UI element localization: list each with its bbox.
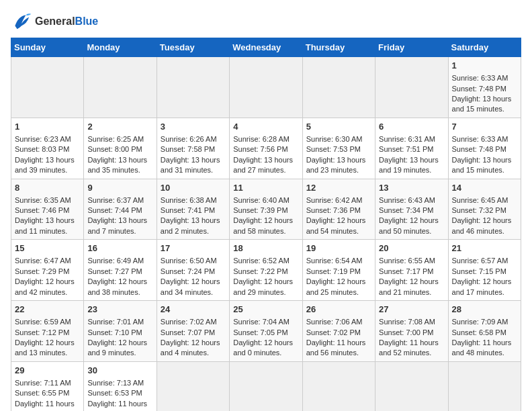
calendar-week-3: 8Sunrise: 6:35 AMSunset: 7:46 PMDaylight…	[11, 179, 521, 240]
sunset-text: Sunset: 7:10 PM	[87, 328, 142, 336]
daylight-text: Daylight: 13 hours and 19 minutes.	[379, 156, 439, 174]
calendar-cell	[448, 361, 521, 411]
calendar-week-2: 1Sunrise: 6:23 AMSunset: 8:03 PMDaylight…	[11, 118, 521, 179]
day-number: 26	[306, 304, 371, 316]
sunrise-text: Sunrise: 7:09 AM	[452, 318, 508, 326]
sunset-text: Sunset: 7:53 PM	[306, 145, 361, 153]
sunrise-text: Sunrise: 6:59 AM	[15, 318, 71, 326]
sunrise-text: Sunrise: 7:04 AM	[233, 318, 290, 326]
sunrise-text: Sunrise: 6:35 AM	[15, 196, 71, 204]
daylight-text: Daylight: 12 hours and 38 minutes.	[87, 277, 147, 295]
day-number: 19	[306, 242, 371, 255]
daylight-text: Daylight: 11 hours and 48 minutes.	[452, 338, 512, 357]
daylight-text: Daylight: 13 hours and 11 minutes.	[15, 216, 75, 234]
sunset-text: Sunset: 6:53 PM	[87, 389, 142, 397]
sunset-text: Sunset: 7:02 PM	[306, 328, 361, 336]
daylight-text: Daylight: 13 hours and 15 minutes.	[452, 95, 512, 113]
day-number: 4	[233, 121, 298, 133]
sunset-text: Sunset: 8:00 PM	[87, 145, 142, 153]
calendar-cell	[375, 361, 448, 411]
day-number: 1	[15, 121, 80, 133]
calendar-cell: 6Sunrise: 6:31 AMSunset: 7:51 PMDaylight…	[375, 118, 448, 179]
day-number: 5	[306, 121, 371, 133]
day-number: 1	[452, 60, 517, 72]
daylight-text: Daylight: 12 hours and 13 minutes.	[15, 338, 75, 357]
sunrise-text: Sunrise: 6:33 AM	[452, 135, 508, 143]
day-number: 18	[233, 242, 298, 255]
sunrise-text: Sunrise: 6:31 AM	[379, 135, 435, 143]
day-header-tuesday: Tuesday	[157, 38, 229, 57]
calendar-cell: 11Sunrise: 6:40 AMSunset: 7:39 PMDayligh…	[230, 179, 302, 240]
calendar-week-4: 15Sunrise: 6:47 AMSunset: 7:29 PMDayligh…	[11, 240, 521, 301]
daylight-text: Daylight: 13 hours and 15 minutes.	[452, 156, 512, 174]
day-number: 6	[379, 121, 444, 133]
sunrise-text: Sunrise: 7:06 AM	[306, 318, 363, 326]
sunset-text: Sunset: 7:32 PM	[452, 206, 506, 214]
day-number: 17	[161, 242, 226, 255]
daylight-text: Daylight: 11 hours and 40 minutes.	[87, 400, 147, 411]
day-number: 13	[379, 182, 444, 194]
calendar-cell: 1Sunrise: 6:33 AMSunset: 7:48 PMDaylight…	[448, 57, 521, 118]
calendar-table: SundayMondayTuesdayWednesdayThursdayFrid…	[11, 38, 521, 411]
calendar-cell: 1Sunrise: 6:23 AMSunset: 8:03 PMDaylight…	[11, 118, 84, 179]
day-number: 23	[87, 304, 152, 316]
calendar-cell: 28Sunrise: 7:09 AMSunset: 6:58 PMDayligh…	[448, 301, 521, 362]
sunset-text: Sunset: 7:48 PM	[452, 145, 506, 153]
day-number: 27	[379, 304, 444, 316]
calendar-cell: 22Sunrise: 6:59 AMSunset: 7:12 PMDayligh…	[11, 301, 84, 362]
sunrise-text: Sunrise: 6:47 AM	[15, 257, 71, 265]
calendar-week-6: 29Sunrise: 7:11 AMSunset: 6:55 PMDayligh…	[11, 361, 521, 411]
day-header-wednesday: Wednesday	[230, 38, 302, 57]
day-header-monday: Monday	[84, 38, 157, 57]
sunset-text: Sunset: 7:05 PM	[233, 328, 287, 336]
day-number: 28	[452, 304, 517, 316]
day-number: 7	[452, 121, 517, 133]
day-number: 9	[87, 182, 152, 194]
page-header: GeneralBlue	[11, 11, 521, 32]
sunset-text: Sunset: 7:36 PM	[306, 206, 361, 214]
day-number: 12	[306, 182, 371, 194]
daylight-text: Daylight: 12 hours and 42 minutes.	[15, 277, 75, 295]
sunrise-text: Sunrise: 6:30 AM	[306, 135, 363, 143]
daylight-text: Daylight: 13 hours and 39 minutes.	[15, 156, 75, 174]
calendar-cell: 30Sunrise: 7:13 AMSunset: 6:53 PMDayligh…	[84, 361, 157, 411]
day-number: 16	[87, 242, 152, 255]
calendar-cell: 16Sunrise: 6:49 AMSunset: 7:27 PMDayligh…	[84, 240, 157, 301]
calendar-cell	[302, 57, 375, 118]
sunrise-text: Sunrise: 6:54 AM	[306, 257, 363, 265]
calendar-cell: 29Sunrise: 7:11 AMSunset: 6:55 PMDayligh…	[11, 361, 84, 411]
day-number: 25	[233, 304, 298, 316]
sunset-text: Sunset: 7:46 PM	[15, 206, 69, 214]
daylight-text: Daylight: 12 hours and 17 minutes.	[452, 277, 512, 295]
day-number: 20	[379, 242, 444, 255]
sunrise-text: Sunrise: 7:01 AM	[87, 318, 144, 326]
sunrise-text: Sunrise: 6:23 AM	[15, 135, 71, 143]
sunrise-text: Sunrise: 6:42 AM	[306, 196, 363, 204]
sunset-text: Sunset: 7:58 PM	[161, 145, 215, 153]
daylight-text: Daylight: 11 hours and 56 minutes.	[306, 338, 366, 357]
day-number: 8	[15, 182, 80, 194]
daylight-text: Daylight: 12 hours and 46 minutes.	[452, 216, 512, 234]
calendar-cell: 8Sunrise: 6:35 AMSunset: 7:46 PMDaylight…	[11, 179, 84, 240]
sunrise-text: Sunrise: 7:08 AM	[379, 318, 435, 326]
calendar-week-5: 22Sunrise: 6:59 AMSunset: 7:12 PMDayligh…	[11, 301, 521, 362]
daylight-text: Daylight: 12 hours and 0 minutes.	[233, 338, 293, 357]
sunset-text: Sunset: 7:39 PM	[233, 206, 287, 214]
daylight-text: Daylight: 12 hours and 50 minutes.	[379, 216, 439, 234]
sunset-text: Sunset: 7:19 PM	[306, 267, 361, 275]
calendar-cell: 14Sunrise: 6:45 AMSunset: 7:32 PMDayligh…	[448, 179, 521, 240]
sunset-text: Sunset: 7:34 PM	[379, 206, 433, 214]
sunset-text: Sunset: 7:00 PM	[379, 328, 433, 336]
calendar-cell: 2Sunrise: 6:25 AMSunset: 8:00 PMDaylight…	[84, 118, 157, 179]
sunrise-text: Sunrise: 6:37 AM	[87, 196, 144, 204]
calendar-cell	[157, 57, 229, 118]
sunset-text: Sunset: 7:24 PM	[161, 267, 215, 275]
daylight-text: Daylight: 12 hours and 54 minutes.	[306, 216, 366, 234]
sunrise-text: Sunrise: 7:13 AM	[87, 379, 144, 387]
calendar-cell: 12Sunrise: 6:42 AMSunset: 7:36 PMDayligh…	[302, 179, 375, 240]
calendar-cell: 9Sunrise: 6:37 AMSunset: 7:44 PMDaylight…	[84, 179, 157, 240]
sunrise-text: Sunrise: 6:52 AM	[233, 257, 290, 265]
sunset-text: Sunset: 7:17 PM	[379, 267, 433, 275]
calendar-cell: 10Sunrise: 6:38 AMSunset: 7:41 PMDayligh…	[157, 179, 229, 240]
day-header-sunday: Sunday	[11, 38, 84, 57]
